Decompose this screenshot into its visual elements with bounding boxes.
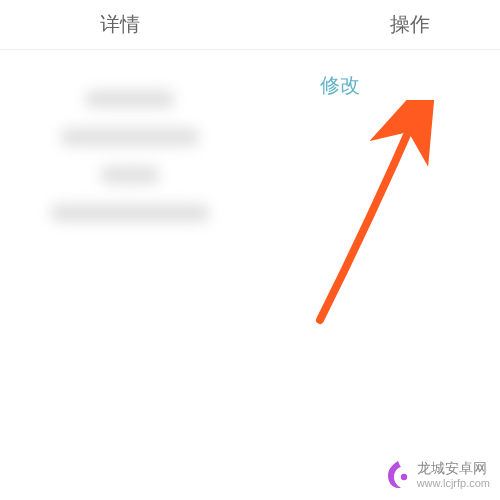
svg-point-0 (400, 474, 406, 480)
details-cell (0, 50, 260, 262)
edit-link[interactable]: 修改 (320, 72, 360, 99)
column-header-details: 详情 (0, 0, 260, 49)
action-cell: 修改 (260, 50, 500, 262)
column-header-action: 操作 (260, 0, 500, 49)
redacted-text (50, 204, 210, 222)
redacted-text (85, 90, 175, 108)
watermark-url: www.lcjrfp.com (417, 477, 490, 489)
watermark: 龙城安卓网 www.lcjrfp.com (385, 460, 490, 490)
watermark-title: 龙城安卓网 (417, 461, 487, 476)
watermark-logo-icon (385, 460, 411, 490)
table-body: 修改 (0, 50, 500, 262)
redacted-text (100, 166, 160, 184)
table-header: 详情 操作 (0, 0, 500, 50)
redacted-text (60, 128, 200, 146)
